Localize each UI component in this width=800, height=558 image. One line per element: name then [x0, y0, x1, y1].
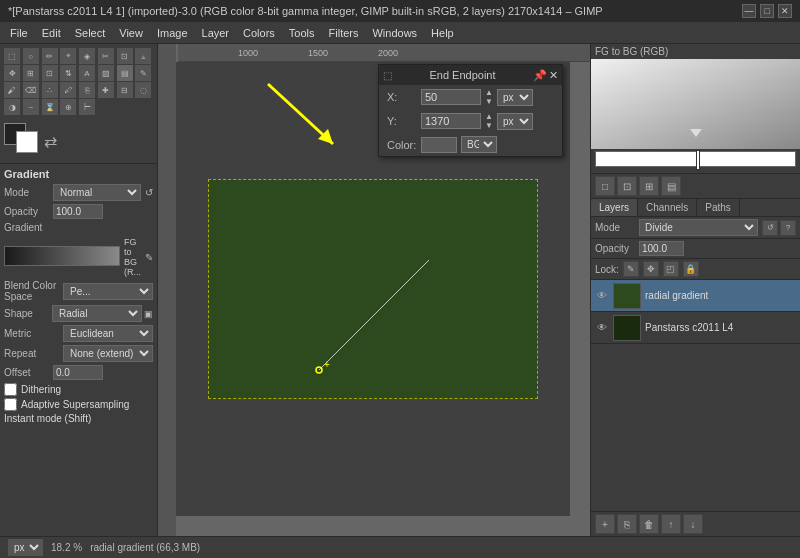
tool-paintbrush[interactable]: 🖌 [4, 82, 20, 98]
tool-fuzzy-select[interactable]: ⌖ [60, 48, 76, 64]
endpoint-dialog-close[interactable]: ✕ [549, 69, 558, 82]
tool-bucket-fill[interactable]: ▨ [98, 65, 114, 81]
tool-heal[interactable]: ✚ [98, 82, 114, 98]
close-button[interactable]: ✕ [778, 4, 792, 18]
layer-mask-icon[interactable]: ⊡ [617, 176, 637, 196]
tool-dodge-burn[interactable]: ◑ [4, 99, 20, 115]
tab-layers[interactable]: Layers [591, 199, 638, 216]
swap-colors-icon[interactable]: ⇄ [44, 132, 57, 151]
layer-delete-btn[interactable]: 🗑 [639, 514, 659, 534]
title-bar: *[Panstarss c2011 L4 1] (imported)-3.0 (… [0, 0, 800, 22]
layer-opacity-input[interactable]: 100.0 [639, 241, 684, 256]
y-down-arrow[interactable]: ▼ [485, 121, 493, 130]
mode-reset-icon[interactable]: ↺ [762, 220, 778, 236]
tool-airbrush[interactable]: ∴ [42, 82, 58, 98]
layer-copy-btn[interactable]: ⎘ [617, 514, 637, 534]
y-unit-select[interactable]: px [497, 113, 533, 130]
metric-select[interactable]: Euclidean [63, 325, 153, 342]
tool-eraser[interactable]: ⌫ [23, 82, 39, 98]
blend-color-space-select[interactable]: Pe... [63, 283, 153, 300]
layer-up-btn[interactable]: ↑ [661, 514, 681, 534]
layer-group-icon[interactable]: ▤ [661, 176, 681, 196]
layer-new-btn[interactable]: + [595, 514, 615, 534]
lock-alpha-btn[interactable]: ◰ [663, 261, 679, 277]
menu-view[interactable]: View [113, 25, 149, 41]
tool-flip[interactable]: ⇅ [60, 65, 76, 81]
endpoint-x-input[interactable]: 50 [421, 89, 481, 105]
tool-color-picker[interactable]: ⌛ [42, 99, 58, 115]
tool-measure[interactable]: ⊢ [79, 99, 95, 115]
canvas-area[interactable]: 1000 1500 2000 + [158, 44, 590, 536]
tool-select-by-color[interactable]: ◈ [79, 48, 95, 64]
mode-info-icon[interactable]: ? [780, 220, 796, 236]
minimize-button[interactable]: — [742, 4, 756, 18]
menu-windows[interactable]: Windows [366, 25, 423, 41]
menu-image[interactable]: Image [151, 25, 194, 41]
x-unit-select[interactable]: px [497, 89, 533, 106]
tool-move[interactable]: ✥ [4, 65, 20, 81]
opacity-input[interactable]: 100.0 [53, 204, 103, 219]
menu-file[interactable]: File [4, 25, 34, 41]
lock-all-btn[interactable]: 🔒 [683, 261, 699, 277]
new-layer-icon[interactable]: □ [595, 176, 615, 196]
tool-transform[interactable]: ⊡ [42, 65, 58, 81]
menu-filters[interactable]: Filters [323, 25, 365, 41]
repeat-select[interactable]: None (extend) [63, 345, 153, 362]
tool-perspective-clone[interactable]: ⊟ [117, 82, 133, 98]
menu-layer[interactable]: Layer [196, 25, 236, 41]
tool-scissors[interactable]: ✂ [98, 48, 114, 64]
shape-select[interactable]: Radial [52, 305, 142, 322]
adaptive-supersampling-checkbox[interactable] [4, 398, 17, 411]
endpoint-y-input[interactable]: 1370 [421, 113, 481, 129]
background-color[interactable] [16, 131, 38, 153]
menu-edit[interactable]: Edit [36, 25, 67, 41]
lock-pixels-btn[interactable]: ✎ [623, 261, 639, 277]
tool-ink[interactable]: 🖊 [60, 82, 76, 98]
tool-foreground-select[interactable]: ⊡ [117, 48, 133, 64]
tool-free-select[interactable]: ✏ [42, 48, 58, 64]
layer-visibility-panstarss[interactable]: 👁 [595, 321, 609, 335]
menu-colors[interactable]: Colors [237, 25, 281, 41]
x-up-arrow[interactable]: ▲ [485, 88, 493, 97]
hue-bar[interactable] [595, 151, 796, 167]
x-down-arrow[interactable]: ▼ [485, 97, 493, 106]
maximize-button[interactable]: □ [760, 4, 774, 18]
endpoint-dialog-pin[interactable]: 📌 [533, 69, 547, 82]
menu-select[interactable]: Select [69, 25, 112, 41]
svg-text:+: + [324, 359, 330, 370]
dithering-checkbox[interactable] [4, 383, 17, 396]
menu-tools[interactable]: Tools [283, 25, 321, 41]
tab-channels[interactable]: Channels [638, 199, 697, 216]
layer-item-panstarss[interactable]: 👁 Panstarss c2011 L4 [591, 312, 800, 344]
tool-pencil[interactable]: ✎ [135, 65, 151, 81]
opacity-label: Opacity [4, 206, 49, 217]
endpoint-bg-select[interactable]: BG [461, 136, 497, 153]
tab-paths[interactable]: Paths [697, 199, 740, 216]
lock-position-btn[interactable]: ✥ [643, 261, 659, 277]
layer-down-btn[interactable]: ↓ [683, 514, 703, 534]
tool-blur[interactable]: ◌ [135, 82, 151, 98]
new-from-visible-icon[interactable]: ⊞ [639, 176, 659, 196]
layer-item-radial-gradient[interactable]: 👁 radial gradient [591, 280, 800, 312]
tool-ellipse-select[interactable]: ○ [23, 48, 39, 64]
offset-input[interactable] [53, 365, 103, 380]
tool-align[interactable]: ⊞ [23, 65, 39, 81]
tool-smudge[interactable]: ~ [23, 99, 39, 115]
mode-select[interactable]: Normal [53, 184, 141, 201]
tool-rect-select[interactable]: ⬚ [4, 48, 20, 64]
tool-zoom[interactable]: ⊕ [60, 99, 76, 115]
edit-gradient-icon[interactable]: ✎ [145, 252, 153, 263]
tool-paths[interactable]: ⟁ [135, 48, 151, 64]
mode-reset-icon[interactable]: ↺ [145, 187, 153, 198]
tool-text[interactable]: A [79, 65, 95, 81]
layer-mode-select[interactable]: Divide [639, 219, 758, 236]
canvas-content[interactable]: + [208, 179, 538, 399]
unit-select[interactable]: px [8, 539, 43, 556]
tool-clone[interactable]: ⎘ [79, 82, 95, 98]
tool-gradient[interactable]: ▤ [117, 65, 133, 81]
endpoint-color-swatch[interactable] [421, 137, 457, 153]
y-up-arrow[interactable]: ▲ [485, 112, 493, 121]
menu-help[interactable]: Help [425, 25, 460, 41]
layer-visibility-radial[interactable]: 👁 [595, 289, 609, 303]
gradient-swatch[interactable] [4, 246, 120, 266]
